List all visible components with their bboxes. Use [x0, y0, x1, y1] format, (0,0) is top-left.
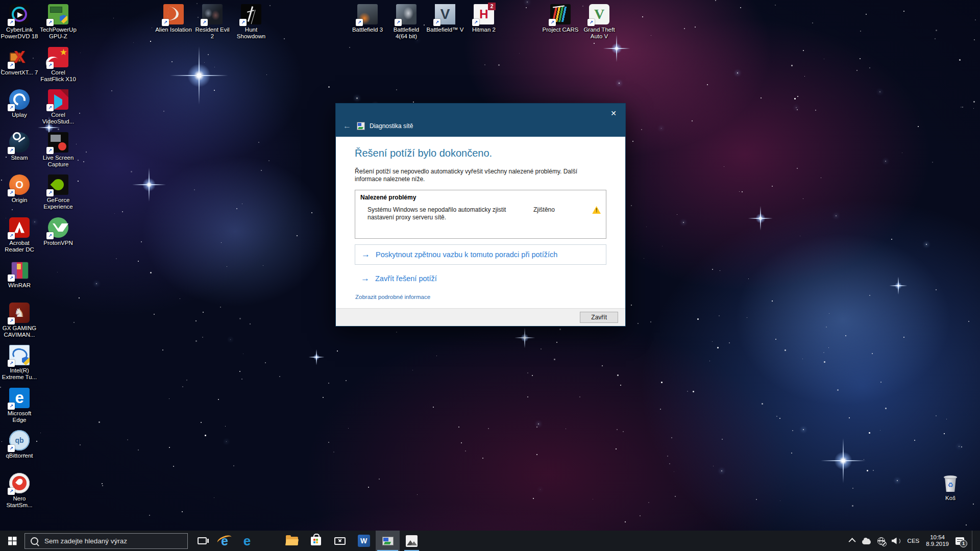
desktop-icon-gx-gaming[interactable]: GX GAMING CAVIMAN... — [0, 303, 39, 345]
shortcut-arrow-icon — [549, 19, 556, 26]
clock[interactable]: 10:54 8.9.2019 — [926, 534, 949, 548]
desktop-icon-alien-isolation[interactable]: Alien Isolation — [154, 4, 193, 47]
mail-button[interactable] — [328, 531, 352, 551]
internet-explorer-icon — [218, 534, 231, 547]
desktop-icon-convertx[interactable]: ConvertXT... 7 — [0, 47, 39, 90]
desktop-icon-winrar[interactable]: WinRAR — [0, 260, 39, 303]
language-indicator[interactable]: CES — [908, 538, 920, 544]
icon-label: GX GAMING CAVIMAN... — [0, 325, 39, 338]
back-arrow-icon[interactable] — [343, 121, 352, 131]
desktop-icon-gpuz[interactable]: TechPowerUp GPU-Z — [39, 4, 78, 47]
desktop-icon-powerdvd[interactable]: CyberLink PowerDVD 18 — [0, 4, 39, 47]
feedback-link[interactable]: Poskytnout zpětnou vazbu k tomuto poradc… — [355, 244, 606, 265]
shortcut-arrow-icon — [8, 274, 15, 282]
network-diagnostics-icon — [357, 122, 365, 130]
powerdvd-icon — [9, 4, 30, 24]
task-view-icon — [198, 537, 207, 544]
desktop-icon-resident-evil-2[interactable]: Resident Evil 2 — [193, 4, 232, 47]
shortcut-arrow-icon — [46, 19, 54, 26]
convertx-icon — [9, 47, 30, 67]
icon-label: qBittorrent — [6, 453, 33, 459]
shortcut-arrow-icon — [46, 232, 54, 239]
icon-label: ProtonVPN — [43, 240, 73, 246]
shortcut-arrow-icon — [8, 360, 15, 367]
microsoft-store-button[interactable] — [304, 531, 328, 551]
no-internet-badge-icon — [881, 541, 887, 546]
problem-status: Zjištěno — [533, 206, 586, 213]
icon-label: Resident Evil 2 — [193, 27, 232, 40]
edge-button[interactable] — [236, 531, 258, 551]
icon-label: Origin — [12, 197, 28, 204]
icon-label: Hunt Showdown — [232, 27, 271, 40]
desktop-icon-livescreen[interactable]: Live Screen Capture — [39, 132, 78, 175]
desktop-icon-acrobat[interactable]: Acrobat Reader DC — [0, 217, 39, 260]
volume-tray-button[interactable] — [892, 538, 901, 544]
icon-label: Acrobat Reader DC — [0, 240, 39, 253]
desktop-icon-battlefield-3[interactable]: Battlefield 3 — [348, 4, 387, 47]
desktop-icon-qbittorrent[interactable]: qBittorrent — [0, 430, 39, 473]
dialog-heading: Řešení potíží bylo dokončeno. — [355, 147, 606, 159]
desktop-icon-hunt-showdown[interactable]: Hunt Showdown — [232, 4, 271, 47]
task-view-button[interactable] — [191, 531, 213, 551]
desktop-icon-origin[interactable]: Origin — [0, 174, 39, 217]
close-troubleshooter-link[interactable]: Zavřít řešení potíží — [355, 273, 606, 284]
icon-label: Uplay — [12, 112, 27, 118]
show-desktop-button[interactable] — [972, 531, 975, 551]
dialog-description: Řešení potíží se nepovedlo automaticky v… — [355, 168, 601, 183]
clock-time: 10:54 — [930, 534, 945, 541]
edge-icon — [240, 534, 254, 547]
desktop-icon-fastflick[interactable]: Corel FastFlick X10 — [39, 47, 78, 90]
clock-date: 8.9.2019 — [926, 541, 949, 548]
taskbar-pinned-group — [191, 531, 258, 551]
desktop-icon-steam[interactable]: Steam — [0, 132, 39, 175]
desktop-icon-protonvpn[interactable]: ProtonVPN — [39, 217, 78, 260]
action-center-button[interactable]: 1 — [955, 537, 964, 545]
onedrive-tray-button[interactable] — [862, 538, 871, 544]
tray-overflow-chevron[interactable] — [850, 538, 855, 543]
icon-label: Hitman 2 — [472, 27, 496, 33]
shortcut-arrow-icon — [8, 147, 15, 154]
icon-label: TechPowerUp GPU-Z — [39, 27, 78, 40]
shortcut-arrow-icon — [46, 189, 54, 196]
network-tray-button[interactable] — [877, 537, 885, 545]
internet-explorer-button[interactable] — [213, 531, 236, 551]
photos-button[interactable] — [400, 531, 424, 551]
found-problems-header: Nalezené problémy — [360, 194, 601, 201]
icon-label: CyberLink PowerDVD 18 — [0, 27, 39, 40]
file-explorer-button[interactable] — [280, 531, 304, 551]
notification-badge: 1 — [960, 540, 967, 547]
word-button[interactable] — [352, 531, 376, 551]
desktop-icon-project-cars[interactable]: Project CARS — [541, 4, 580, 47]
shortcut-arrow-icon — [162, 19, 169, 26]
desktop-icon-column-1: CyberLink PowerDVD 18 ConvertXT... 7 Upl… — [0, 4, 39, 515]
desktop-icon-intel-xtu[interactable]: Intel(R) Extreme Tu... — [0, 345, 39, 388]
desktop-icon-nero[interactable]: Nero StartSm... — [0, 473, 39, 516]
desktop-icon-geforce[interactable]: GeForce Experience — [39, 174, 78, 217]
icon-label: Live Screen Capture — [39, 155, 78, 168]
desktop-icon-group-1: Alien Isolation Resident Evil 2 Hunt Sho… — [154, 4, 271, 47]
search-input[interactable] — [43, 537, 182, 545]
network-diagnostics-taskbar-button[interactable] — [376, 531, 400, 551]
icon-label: Alien Isolation — [155, 27, 192, 33]
desktop-icon-videostudio[interactable]: Corel VideoStud... — [39, 89, 78, 132]
taskbar-search[interactable] — [24, 533, 188, 549]
desktop-icon-battlefield-4[interactable]: Battlefield 4(64 bit) — [387, 4, 426, 47]
desktop-icon-recycle-bin[interactable]: Koš — [931, 472, 970, 515]
icon-label: GeForce Experience — [39, 197, 78, 210]
shortcut-arrow-icon — [239, 19, 247, 26]
desktop-icon-battlefield-v[interactable]: Battlefield™ V — [426, 4, 464, 47]
start-button[interactable] — [0, 531, 24, 551]
desktop-icon-gta-v[interactable]: Grand Theft Auto V — [580, 4, 619, 47]
close-button[interactable]: Zavřít — [580, 312, 618, 323]
desktop-icon-hitman-2[interactable]: Hitman 2 — [464, 4, 503, 47]
dialog-titlebar: Diagnostika sítě — [336, 104, 625, 137]
shortcut-arrow-icon — [8, 317, 15, 324]
close-icon[interactable] — [607, 108, 620, 119]
detailed-info-link[interactable]: Zobrazit podrobné informace — [355, 294, 430, 300]
windows-logo-icon — [8, 537, 17, 545]
shortcut-arrow-icon — [587, 19, 595, 26]
icon-label: Koš — [945, 495, 955, 502]
desktop-icon-uplay[interactable]: Uplay — [0, 89, 39, 132]
desktop-icon-microsoft-edge[interactable]: Microsoft Edge — [0, 388, 39, 431]
recycle-bin-area: Koš — [931, 472, 970, 515]
